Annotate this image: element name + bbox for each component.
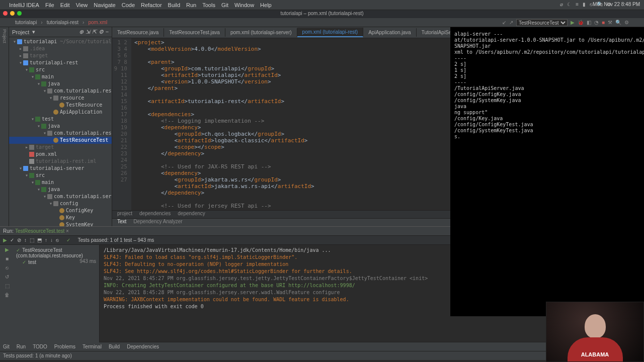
git-pull-icon[interactable]: ↙ xyxy=(502,20,506,25)
tree-node[interactable]: TestResource xyxy=(9,102,112,109)
git-push-icon[interactable]: ↗ xyxy=(509,20,513,25)
tree-node[interactable]: pom.xml xyxy=(9,151,112,158)
editor-tab[interactable]: pom.xml (tutorialapi-server) xyxy=(225,28,297,37)
tree-node[interactable]: ▾test xyxy=(9,116,112,123)
test-tree[interactable]: TestResourceTest (com.tutorialapi.rest.r… xyxy=(14,245,100,342)
tree-node[interactable]: ▸target xyxy=(9,144,112,151)
crumb-deps[interactable]: dependencies xyxy=(139,211,171,218)
tab-dependency-analyzer[interactable]: Dependency Analyzer xyxy=(133,219,182,226)
project-view-combo[interactable]: Project xyxy=(12,29,29,35)
crumb-dep[interactable]: dependency xyxy=(178,211,205,218)
profile-icon[interactable]: ◔ xyxy=(594,20,599,25)
tree-node[interactable]: ▾tutorialapi-rest xyxy=(9,59,112,66)
next-icon[interactable]: ↓ xyxy=(50,237,53,243)
menu-help[interactable]: Help xyxy=(260,2,272,8)
tree-node[interactable]: ▾com.tutorialapi.rest xyxy=(9,87,112,95)
tree-node[interactable]: SystemKey xyxy=(9,221,112,226)
tab-terminal[interactable]: Terminal xyxy=(83,344,102,349)
menu-code[interactable]: Code xyxy=(122,2,135,8)
webcam-overlay: ALABAMA xyxy=(546,302,644,362)
menu-run[interactable]: Run xyxy=(186,2,196,8)
tree-node[interactable]: tutorialapi-rest.iml xyxy=(9,158,112,165)
toggle-passed-icon[interactable]: ✓ xyxy=(10,237,14,243)
bt-icon: ≡ xyxy=(576,2,579,7)
run-label: Run: xyxy=(3,228,14,234)
menu-edit[interactable]: Edit xyxy=(60,2,70,8)
menu-navigate[interactable]: Navigate xyxy=(94,2,115,8)
menu-build[interactable]: Build xyxy=(168,2,180,8)
tree-node[interactable]: ▾src xyxy=(9,66,112,73)
tree-node[interactable]: ▾com.tutorialapi.rest.resource xyxy=(9,130,112,137)
tree-node[interactable]: ▸.idea xyxy=(9,45,112,52)
background-terminal-window[interactable]: alapi-server ---at/tutorialapi-server-1.… xyxy=(450,27,644,316)
rerun-icon[interactable]: ▶ xyxy=(3,237,7,243)
tree-node[interactable]: TestResourceTest xyxy=(9,137,112,144)
debug-icon[interactable]: 🐞 xyxy=(578,20,584,25)
tree-node[interactable]: ▾main xyxy=(9,179,112,186)
tree-node[interactable]: ▾java xyxy=(9,80,112,87)
window-controls[interactable] xyxy=(3,11,22,16)
expand-tests-icon[interactable]: ⬚ xyxy=(30,237,34,243)
project-tree[interactable]: ▾tutorialapi ~/Source/tutorialapi▸.idea▸… xyxy=(9,37,112,226)
menu-view[interactable]: View xyxy=(76,2,88,8)
tab-run[interactable]: Run xyxy=(17,344,26,349)
crumb-root[interactable]: tutorialapi xyxy=(15,20,37,25)
tab-dependencies[interactable]: Dependencies xyxy=(127,344,159,349)
settings-icon[interactable]: ⚙ xyxy=(624,20,629,25)
tab-git[interactable]: Git xyxy=(3,344,10,349)
run-config-select[interactable]: TestResourceTest xyxy=(516,19,568,26)
collapse-tests-icon[interactable]: ⬒ xyxy=(37,237,42,243)
tree-node[interactable]: ConfigKey xyxy=(9,207,112,214)
locate-icon[interactable]: ⊕ xyxy=(79,29,84,35)
editor-tab[interactable]: ApiApplication.java xyxy=(363,28,417,37)
tree-node[interactable]: ▾java xyxy=(9,186,112,193)
tree-node[interactable]: ▾java xyxy=(9,123,112,130)
crumb-project[interactable]: project xyxy=(117,211,132,218)
tree-node[interactable]: Key xyxy=(9,214,112,221)
project-tool-window[interactable]: Project▾ ⊕⇲⇱⚙− ▾tutorialapi ~/Source/tut… xyxy=(9,27,112,226)
prev-icon[interactable]: ↑ xyxy=(45,237,47,243)
menu-ide[interactable]: IntelliJ IDEA xyxy=(9,2,39,8)
tab-todo[interactable]: TODO xyxy=(33,344,47,349)
tab-build[interactable]: Build xyxy=(109,344,120,349)
menu-file[interactable]: File xyxy=(45,2,54,8)
gear-icon[interactable]: ⚙ xyxy=(99,29,104,35)
macos-menubar[interactable]: IntelliJ IDEA File Edit View Navigate Co… xyxy=(0,0,644,10)
tree-node[interactable]: ▾src xyxy=(9,172,112,179)
search-everywhere-icon[interactable]: 🔍 xyxy=(615,20,621,25)
tree-node[interactable]: ▾resource xyxy=(9,95,112,102)
clock: Mon Nov 22 8:48 PM xyxy=(593,2,640,7)
collapse-icon[interactable]: ⇱ xyxy=(92,29,97,35)
expand-icon[interactable]: ⇲ xyxy=(86,29,90,35)
crumb-file[interactable]: pom.xml xyxy=(88,20,107,25)
tree-node[interactable]: ▾config xyxy=(9,200,112,207)
export-icon[interactable]: ⎋ xyxy=(56,237,59,243)
editor-tab[interactable]: TestResource.java xyxy=(112,28,164,37)
menu-git[interactable]: Git xyxy=(221,2,228,8)
coverage-icon[interactable]: ◧ xyxy=(587,20,591,25)
menu-refactor[interactable]: Refactor xyxy=(141,2,162,8)
sort-icon[interactable]: ↕ xyxy=(24,237,27,243)
hide-icon[interactable]: − xyxy=(106,29,109,35)
toggle-failed-icon[interactable]: ⊘ xyxy=(17,237,21,243)
editor-tab[interactable]: pom.xml (tutorialapi-rest) xyxy=(297,28,364,37)
crumb-module[interactable]: tutorialapi-rest xyxy=(47,20,78,25)
tree-node[interactable]: ▸target xyxy=(9,52,112,59)
left-toolbar[interactable]: Project xyxy=(0,27,9,226)
build-icon[interactable]: ⚒ xyxy=(608,20,612,25)
stop-icon[interactable]: ■ xyxy=(602,20,605,25)
test-node[interactable]: TestResourceTest (com.tutorialapi.rest.r… xyxy=(16,247,97,259)
project-tab-icon: Project xyxy=(2,27,7,45)
tab-text[interactable]: Text xyxy=(117,219,126,226)
tab-problems[interactable]: Problems xyxy=(54,344,75,349)
menu-window[interactable]: Window xyxy=(234,2,254,8)
run-icon[interactable]: ▶ xyxy=(571,20,575,25)
run-side-toolbar[interactable]: ▶■⎋↺⬚🗑 xyxy=(0,245,14,342)
tree-node[interactable]: ▾tutorialapi-server xyxy=(9,165,112,172)
tree-node[interactable]: ▾tutorialapi ~/Source/tutorialapi xyxy=(9,38,112,45)
tree-node[interactable]: ▾com.tutorialapi.server xyxy=(9,193,112,200)
tree-node[interactable]: ApiApplication xyxy=(9,109,112,116)
menu-tools[interactable]: Tools xyxy=(202,2,215,8)
tree-node[interactable]: ▾main xyxy=(9,73,112,80)
editor-tab[interactable]: TestResourceTest.java xyxy=(164,28,225,37)
